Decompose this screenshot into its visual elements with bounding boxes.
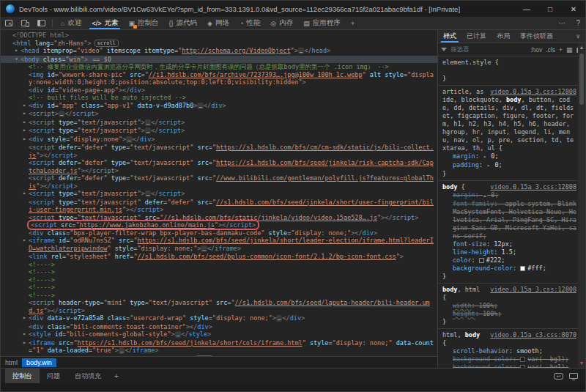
dom-tree-row[interactable]: ▾<body class="win">== $0 [1, 56, 437, 64]
styles-tab[interactable]: 样式 [438, 30, 461, 42]
dom-tree-row[interactable]: <!----> [1, 276, 437, 284]
chevron-down-icon[interactable]: ∨ [571, 33, 585, 40]
css-declaration[interactable]: font-family: -apple-system, BlinkMacSyst… [442, 200, 576, 240]
scrollbar-up-icon[interactable]: ▲ [579, 43, 585, 52]
css-rule[interactable]: video.0.15a_3.css:12808body {margin: ▸ 0… [438, 181, 578, 284]
monitor-icon[interactable] [569, 373, 578, 379]
css-declaration[interactable]: font-size: 12px; [442, 240, 576, 248]
dom-tree-row[interactable]: <script defer="defer" type="text/javascr… [1, 174, 437, 190]
css-declaration[interactable]: background-color: var(--bg1); [442, 355, 576, 363]
dom-tree-row[interactable]: ▸<div id="app" class="app-v1" data-v-d9a… [1, 102, 437, 111]
tab-network[interactable]: ◈网络 [202, 17, 234, 29]
css-declaration[interactable]: line-height: 1.5; [442, 248, 576, 256]
flex-badge[interactable]: flex [196, 355, 214, 357]
expand-arrow-right-icon[interactable]: ▸ [21, 339, 28, 347]
dom-tree-row[interactable]: <!----> [1, 292, 437, 300]
drawer-tab[interactable]: 控制台 [5, 369, 40, 383]
grid-overlay-button[interactable]: ▦ [566, 46, 573, 53]
dom-tree-row[interactable]: <div id="video-page-app"></div> [1, 86, 437, 95]
dom-tree-row[interactable]: ▸<div data-v-84aaaa9a class="lt-row">…</… [1, 355, 437, 357]
more-options-button[interactable]: ⋯ [553, 19, 571, 27]
device-toolbar-button[interactable] [17, 17, 33, 29]
css-rule[interactable]: video.0.15a_3.css:12808body, html {width… [438, 284, 578, 329]
add-panel-button[interactable]: + [346, 17, 360, 29]
css-source-link[interactable]: video.0.15a_3.css:12808 [490, 183, 576, 191]
dom-tree-row[interactable]: <!-- built files will be auto injected -… [1, 94, 437, 102]
css-source-link[interactable]: video.0.15a_c3.css:8070 [490, 331, 576, 339]
css-declaration[interactable]: padding: ▸ 0; [442, 161, 576, 170]
expand-arrow-right-icon[interactable]: ▸ [21, 136, 28, 144]
maximize-button[interactable]: □ [538, 1, 562, 17]
dom-tree-row[interactable]: ▸<style id="bili-comments-global-style">… [1, 330, 437, 339]
minimize-button[interactable]: — [515, 1, 538, 17]
tab-memory[interactable]: ◎内存 [265, 17, 298, 29]
dom-tree-row[interactable]: ▸<script type="text/javascript">…</scrip… [1, 119, 437, 127]
expand-arrow-right-icon[interactable]: ▸ [21, 355, 28, 357]
drawer-tab[interactable]: 问题 [40, 369, 67, 383]
expand-arrow-right-icon[interactable]: ▸ [21, 314, 28, 322]
tab-welcome[interactable]: ⌂欢迎 [56, 17, 86, 29]
expand-arrow-right-icon[interactable]: ▸ [21, 237, 28, 245]
dom-tree-row[interactable]: <!DOCTYPE html> [1, 32, 437, 40]
dom-tree-row[interactable]: <!----> [1, 268, 437, 276]
css-rule[interactable]: video.0.15a_c3.css:8070html, body {scrol… [438, 329, 578, 368]
dom-tree-row[interactable]: ▸<iframe src="https://s1.hdslb.com/bfs/s… [1, 339, 437, 355]
help-button[interactable]: ? [571, 19, 585, 27]
scrollbar-thumb[interactable] [579, 53, 584, 105]
dom-tree-row[interactable]: ▸<script type="text/javascript">…</scrip… [1, 127, 437, 136]
tab-console[interactable]: ▣控制台 [123, 17, 163, 29]
expand-arrow-down-icon[interactable]: ▾ [13, 56, 20, 64]
scrollbar-down-icon[interactable]: ▼ [579, 359, 585, 368]
dom-tree-row[interactable]: ▸<iframe id="odRNu7nsSZ" src="https://s1… [1, 237, 437, 253]
dom-tree-row[interactable]: <script defer="defer" type="text/javascr… [1, 159, 437, 174]
dom-tree-row[interactable]: <script src="https://www.jakobzhao.onlin… [1, 221, 437, 229]
dom-tree-row[interactable]: <script defer="defer" type="text/javascr… [1, 144, 437, 159]
scroll-badge[interactable]: scroll [94, 40, 119, 47]
breadcrumb-item-body[interactable]: body.win [22, 358, 56, 367]
breadcrumb-item-html[interactable]: html [1, 358, 22, 367]
css-declaration[interactable]: background-color: var(--bg1); [442, 363, 576, 368]
tab-performance[interactable]: ◔性能 [234, 17, 265, 29]
dom-tree-row[interactable]: ▸<div style="display:none">…</div> [1, 136, 437, 144]
toggle-class-button[interactable]: .cls [546, 46, 555, 53]
tab-elements[interactable]: </>元素 [86, 17, 123, 29]
dom-tree-row[interactable]: <script header-type="mini" type="text/ja… [1, 299, 437, 314]
return-icon[interactable]: ↩ [554, 373, 563, 380]
dom-tree-row[interactable]: <script type="text/javascript" defer="de… [1, 199, 437, 214]
new-style-rule-button[interactable]: + [559, 46, 563, 53]
dom-tree-row[interactable]: <script type="text/javascript" src="//s1… [1, 214, 437, 222]
styles-scrollbar[interactable]: ▲ ▼ [578, 43, 585, 368]
css-declaration[interactable]: height: 100%; [442, 310, 576, 318]
styles-tab[interactable]: 已计算 [461, 30, 492, 42]
dom-tree-row[interactable]: <html lang="zh-Hans">scroll [1, 40, 437, 48]
inspect-element-button[interactable]: ↖ [1, 17, 17, 29]
expand-arrow-right-icon[interactable]: ▸ [21, 102, 28, 110]
css-declaration[interactable]: margin: ▸ 0; [442, 152, 576, 161]
dom-tree-row[interactable]: <div class="bili-comments-toast-containe… [1, 323, 437, 331]
drawer-tab[interactable]: 自动填充 [67, 369, 108, 383]
tab-sources[interactable]: {}源代码 [163, 17, 202, 29]
toggle-hover-state-button[interactable]: :hov [530, 46, 542, 53]
css-declaration[interactable]: color: #222; [442, 256, 576, 265]
dom-tree-row[interactable]: <!----> [1, 284, 437, 292]
css-declaration[interactable]: margin: ▸ 0; [442, 191, 576, 200]
styles-tab[interactable]: 布局 [492, 30, 515, 42]
dock-side-button[interactable] [33, 17, 49, 29]
dom-tree-row[interactable]: ▸<script>…</script> [1, 110, 437, 119]
styles-tab[interactable]: 事件侦听器 [515, 30, 558, 42]
dom-tree-row[interactable]: <div class="bpx-player-filter-wrap bpx-p… [1, 229, 437, 237]
add-drawer-tab-button[interactable]: + [108, 369, 125, 383]
css-source-link[interactable]: video.0.15a_3.css:12808 [490, 286, 576, 294]
dom-tree-row[interactable]: <link rel="stylesheet" href="//s1.hdslb.… [1, 253, 437, 261]
expand-arrow-right-icon[interactable]: ▸ [13, 47, 20, 55]
dom-tree-row[interactable]: <img id="wxwork-share-pic" src="//i1.hds… [1, 71, 437, 86]
css-rule[interactable]: video.0.15a_3.css:12808article, aside, b… [438, 86, 578, 181]
css-rule[interactable]: element.style {} [438, 56, 578, 86]
dom-tree-row[interactable]: ▸<head itemprop="video" itemscope itemty… [1, 47, 437, 56]
tab-application[interactable]: ▤应用程序 [298, 17, 346, 29]
dom-tree-row[interactable]: <!-- 修复用企业微信内置浏览器分享网页时，生成的分享卡片封面图有误的问题（总… [1, 63, 437, 71]
expand-arrow-right-icon[interactable]: ▸ [21, 330, 28, 339]
expand-arrow-right-icon[interactable]: ▸ [21, 119, 28, 127]
dom-tree-row[interactable]: ▸<div data-v-e72a85a8 class="usercard-wr… [1, 314, 437, 323]
css-declaration[interactable]: background-color: #fff; [442, 265, 576, 273]
